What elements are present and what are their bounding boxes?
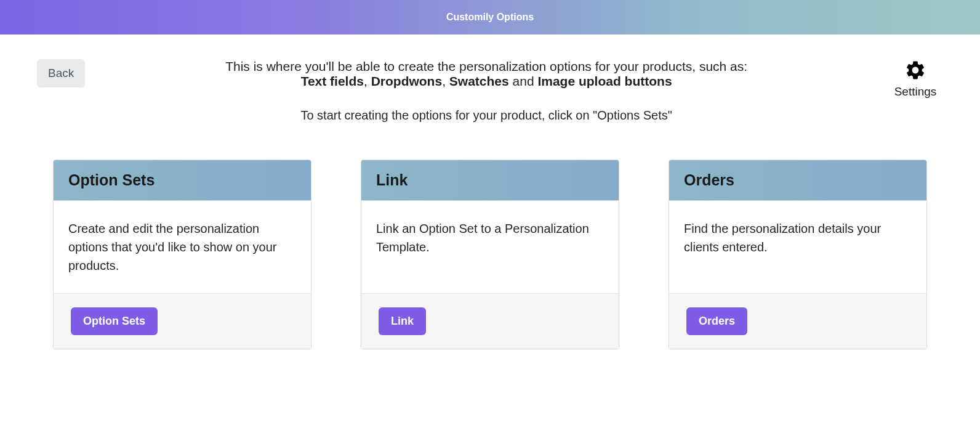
card-body-orders: Find the personalization details your cl… — [669, 201, 926, 293]
card-header-option-sets: Option Sets — [54, 160, 311, 201]
card-option-sets: Option Sets Create and edit the personal… — [53, 160, 311, 349]
intro-line-2: To start creating the options for your p… — [110, 108, 863, 123]
top-row: Back This is where you'll be able to cre… — [37, 59, 943, 123]
card-body-link: Link an Option Set to a Personalization … — [361, 201, 619, 293]
card-description-orders: Find the personalization details your cl… — [684, 219, 912, 256]
card-orders: Orders Find the personalization details … — [669, 160, 927, 349]
card-footer-orders: Orders — [669, 293, 926, 349]
card-link: Link Link an Option Set to a Personaliza… — [361, 160, 619, 349]
intro-sep1: , — [364, 74, 371, 88]
option-sets-button[interactable]: Option Sets — [71, 307, 158, 335]
back-button[interactable]: Back — [37, 59, 85, 87]
app-header: Customily Options — [0, 0, 980, 34]
intro-bold-image-upload: Image upload buttons — [537, 74, 672, 88]
card-description-option-sets: Create and edit the personalization opti… — [68, 219, 296, 275]
gear-icon — [904, 59, 926, 81]
intro-bold-swatches: Swatches — [449, 74, 509, 88]
card-header-link: Link — [361, 160, 619, 201]
cards-row: Option Sets Create and edit the personal… — [37, 147, 943, 362]
card-title-orders: Orders — [684, 171, 912, 189]
card-title-link: Link — [376, 171, 604, 189]
card-body-option-sets: Create and edit the personalization opti… — [54, 201, 311, 293]
link-button[interactable]: Link — [379, 307, 426, 335]
settings-label: Settings — [894, 85, 937, 99]
intro-sep2: , — [442, 74, 449, 88]
intro-text: This is where you'll be able to create t… — [97, 59, 875, 123]
intro-prefix: This is where you'll be able to create t… — [225, 59, 747, 73]
card-footer-link: Link — [361, 293, 619, 349]
card-footer-option-sets: Option Sets — [54, 293, 311, 349]
main-content: Back This is where you'll be able to cre… — [0, 34, 980, 386]
settings-button[interactable]: Settings — [888, 59, 943, 99]
intro-line-1: This is where you'll be able to create t… — [110, 59, 863, 89]
app-title: Customily Options — [446, 12, 534, 23]
orders-button[interactable]: Orders — [686, 307, 747, 335]
intro-sep3: and — [509, 74, 538, 88]
card-header-orders: Orders — [669, 160, 926, 201]
card-title-option-sets: Option Sets — [68, 171, 296, 189]
intro-bold-text-fields: Text fields — [301, 74, 364, 88]
intro-bold-dropdowns: Dropdwons — [371, 74, 443, 88]
card-description-link: Link an Option Set to a Personalization … — [376, 219, 604, 256]
